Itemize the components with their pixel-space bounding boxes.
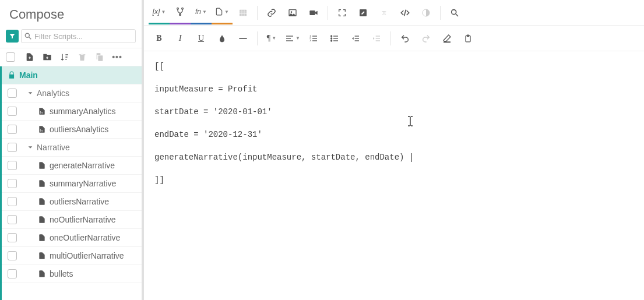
clipboard-button[interactable] bbox=[458, 27, 478, 50]
file-row[interactable]: outliersNarrative bbox=[2, 193, 142, 211]
sort-button[interactable] bbox=[59, 52, 70, 62]
file-row[interactable]: fn outliersAnalytics bbox=[2, 121, 142, 139]
checkbox[interactable] bbox=[8, 89, 17, 98]
align-button[interactable]: ▼ bbox=[282, 27, 303, 50]
branch-button[interactable] bbox=[170, 1, 191, 24]
file-row[interactable]: summaryNarrative bbox=[2, 175, 142, 193]
new-folder-button[interactable] bbox=[42, 52, 52, 62]
file-label: multiOutlierNarrative bbox=[50, 251, 124, 260]
edit-button[interactable] bbox=[353, 1, 374, 24]
file-label: outliersNarrative bbox=[50, 197, 109, 206]
filter-input[interactable] bbox=[33, 31, 133, 41]
filter-row bbox=[0, 28, 142, 48]
underline-button[interactable]: U bbox=[191, 27, 212, 50]
outdent-button[interactable] bbox=[345, 27, 366, 50]
function-button[interactable]: fn▼ bbox=[191, 1, 212, 24]
file-row[interactable]: multiOutlierNarrative bbox=[2, 247, 142, 265]
file-label: summaryNarrative bbox=[50, 179, 116, 188]
pi-button[interactable]: π bbox=[374, 1, 395, 24]
checkbox[interactable] bbox=[8, 143, 17, 152]
svg-point-10 bbox=[291, 11, 293, 13]
main-script-row[interactable]: Main bbox=[2, 66, 142, 84]
sidebar: Compose ••• bbox=[0, 0, 144, 300]
more-button[interactable]: ••• bbox=[112, 52, 122, 62]
checkbox[interactable] bbox=[8, 161, 17, 170]
main-label: Main bbox=[19, 70, 38, 80]
svg-point-30 bbox=[331, 38, 332, 39]
folder-row-narrative[interactable]: Narrative bbox=[2, 139, 142, 157]
action-toolbar: ••• bbox=[0, 48, 142, 66]
code-line: generateNarrative(inputMeasure, startDat… bbox=[154, 151, 634, 164]
checkbox[interactable] bbox=[8, 215, 17, 224]
new-file-button[interactable] bbox=[24, 52, 35, 62]
color-button[interactable] bbox=[212, 27, 233, 50]
video-button[interactable] bbox=[303, 1, 324, 24]
file-label: summaryAnalytics bbox=[50, 107, 116, 116]
file-row[interactable]: noOutlierNarrative bbox=[2, 211, 142, 229]
fullscreen-button[interactable] bbox=[332, 1, 353, 24]
contrast-button[interactable] bbox=[416, 1, 437, 24]
copy-button[interactable] bbox=[94, 52, 105, 62]
svg-line-1 bbox=[29, 37, 31, 40]
table-button[interactable] bbox=[233, 1, 254, 24]
toolbar-formatting: B I U ¶▼ ▼ 123 bbox=[144, 26, 644, 51]
redo-button[interactable] bbox=[416, 27, 437, 50]
page-title: Compose bbox=[0, 0, 142, 28]
filter-input-wrap[interactable] bbox=[21, 29, 136, 43]
svg-point-5 bbox=[177, 8, 179, 9]
search-button[interactable] bbox=[444, 1, 465, 24]
text-caret-icon bbox=[411, 153, 412, 162]
svg-point-31 bbox=[331, 40, 332, 41]
code-file-icon: fn bbox=[38, 125, 46, 133]
file-row[interactable]: bullets bbox=[2, 265, 142, 283]
erase-button[interactable] bbox=[437, 27, 458, 50]
bold-button[interactable]: B bbox=[149, 27, 170, 50]
file-label: bullets bbox=[50, 269, 73, 278]
search-icon bbox=[24, 32, 32, 40]
editor-body[interactable]: [[ inputMeasure = Profit startDate = '20… bbox=[144, 51, 644, 300]
svg-point-29 bbox=[331, 36, 332, 37]
file-label: outliersAnalytics bbox=[50, 125, 108, 134]
file-icon bbox=[38, 161, 46, 170]
checkbox[interactable] bbox=[8, 107, 17, 116]
file-label: oneOutlierNarrative bbox=[50, 233, 120, 242]
select-all-checkbox[interactable] bbox=[6, 52, 15, 62]
italic-button[interactable]: I bbox=[170, 27, 191, 50]
code-file-icon: fn bbox=[38, 107, 46, 115]
file-row[interactable]: oneOutlierNarrative bbox=[2, 229, 142, 247]
svg-text:3: 3 bbox=[309, 39, 311, 42]
unordered-list-button[interactable] bbox=[324, 27, 345, 50]
code-button[interactable] bbox=[395, 1, 416, 24]
file-icon bbox=[38, 216, 46, 224]
folder-row-analytics[interactable]: Analytics bbox=[2, 84, 142, 103]
file-row[interactable]: generateNarrative bbox=[2, 157, 142, 175]
checkbox[interactable] bbox=[8, 233, 17, 242]
filter-funnel-button[interactable] bbox=[6, 30, 19, 43]
checkbox[interactable] bbox=[8, 197, 17, 206]
link-button[interactable] bbox=[261, 1, 282, 24]
checkbox[interactable] bbox=[8, 251, 17, 260]
code-line: [[ bbox=[154, 61, 634, 73]
checkbox[interactable] bbox=[8, 125, 17, 134]
file-label: noOutlierNarrative bbox=[50, 215, 116, 224]
paragraph-button[interactable]: ¶▼ bbox=[261, 27, 282, 50]
file-row[interactable]: fn summaryAnalytics bbox=[2, 103, 142, 121]
lock-icon bbox=[8, 71, 16, 79]
undo-button[interactable] bbox=[395, 27, 416, 50]
checkbox[interactable] bbox=[8, 179, 17, 188]
svg-rect-11 bbox=[309, 10, 315, 15]
indent-button[interactable] bbox=[366, 27, 387, 50]
checkbox[interactable] bbox=[8, 269, 17, 278]
insert-data-button[interactable]: [x]▼ bbox=[149, 1, 170, 24]
image-button[interactable] bbox=[282, 1, 303, 24]
ordered-list-button[interactable]: 123 bbox=[303, 27, 324, 50]
document-button[interactable]: ▼ bbox=[212, 1, 233, 24]
hr-button[interactable] bbox=[233, 27, 254, 50]
file-icon bbox=[38, 252, 46, 260]
svg-point-6 bbox=[182, 8, 184, 9]
file-icon bbox=[38, 270, 46, 278]
file-icon bbox=[38, 179, 46, 188]
svg-point-0 bbox=[25, 33, 29, 37]
code-line: startDate = '2020-01-01' bbox=[154, 106, 634, 118]
delete-button[interactable] bbox=[77, 52, 87, 62]
